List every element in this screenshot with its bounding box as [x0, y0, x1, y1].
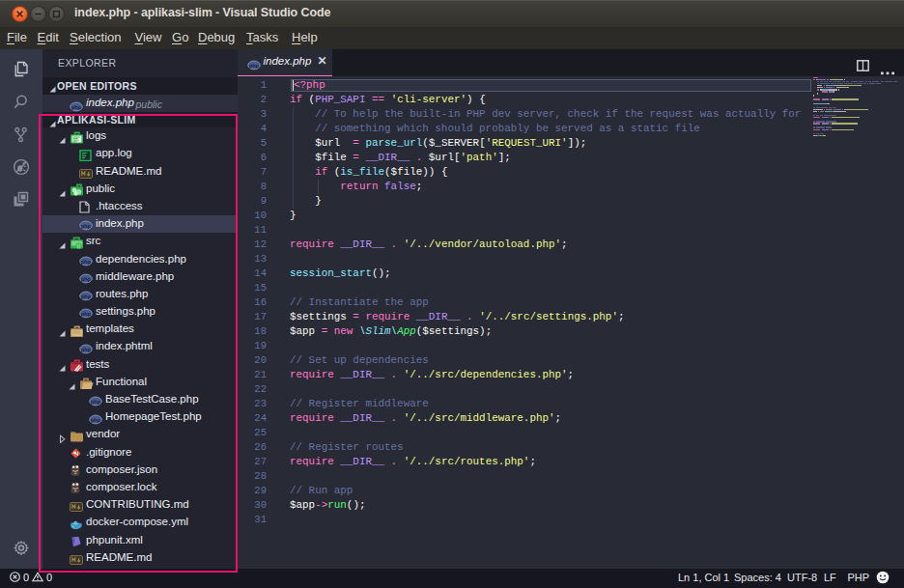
- svg-text:php: php: [71, 103, 82, 109]
- svg-text:php: php: [249, 63, 260, 69]
